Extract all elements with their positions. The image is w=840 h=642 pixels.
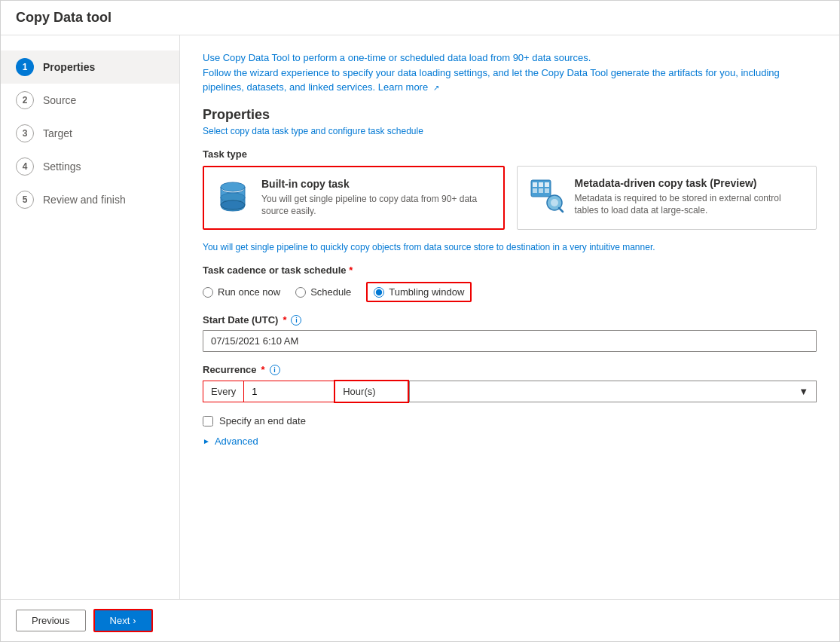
info-text-block: Use Copy Data Tool to perform a one-time… <box>203 50 817 95</box>
info-line2: Follow the wizard experience to specify … <box>203 67 780 78</box>
radio-tumbling-label: Tumbling window <box>389 286 464 298</box>
start-date-input[interactable] <box>203 330 817 352</box>
svg-rect-8 <box>539 188 543 193</box>
footer: Previous Next › <box>1 599 839 641</box>
cadence-required: * <box>349 264 353 276</box>
learn-more-link[interactable]: Learn more <box>378 81 428 93</box>
recurrence-required: * <box>261 364 265 375</box>
recurrence-row: Every Hour(s) ▼ <box>203 380 817 403</box>
recurrence-every-label: Every <box>203 381 243 402</box>
radio-tumbling-input[interactable] <box>374 287 384 298</box>
sidebar-item-properties[interactable]: 1 Properties <box>1 50 179 84</box>
sidebar-label-target: Target <box>43 127 72 139</box>
metadata-icon <box>528 177 564 213</box>
builtin-icon <box>215 178 251 214</box>
step-circle-4: 4 <box>16 157 34 176</box>
cadence-radio-group: Run once now Schedule Tumbling window <box>203 282 817 302</box>
recurrence-unit-display: Hour(s) <box>334 380 409 403</box>
main-layout: 1 Properties 2 Source 3 Target 4 Setting… <box>1 35 839 599</box>
recurrence-dropdown[interactable]: ▼ <box>409 381 817 402</box>
recurrence-number-input[interactable] <box>243 381 334 402</box>
info-line3: pipelines, datasets, and linked services… <box>203 81 375 93</box>
pipeline-info-line: You will get single pipeline to quickly … <box>203 242 817 252</box>
app-title: Copy Data tool <box>16 10 111 25</box>
recurrence-label: Recurrence * i <box>203 364 817 375</box>
svg-rect-7 <box>533 188 537 193</box>
svg-line-12 <box>559 208 563 212</box>
start-date-label-text: Start Date (UTC) <box>203 314 278 326</box>
task-card-builtin[interactable]: Built-in copy task You will get single p… <box>203 166 505 231</box>
chevron-right-icon: ► <box>203 437 210 445</box>
sidebar-label-settings: Settings <box>43 160 81 173</box>
svg-rect-6 <box>545 182 549 187</box>
next-button-label: Next <box>110 615 130 626</box>
cadence-label: Task cadence or task schedule * <box>203 264 817 276</box>
recurrence-section: Recurrence * i Every Hour(s) ▼ <box>203 364 817 403</box>
sidebar-item-review[interactable]: 5 Review and finish <box>1 183 179 216</box>
svg-point-2 <box>221 200 245 209</box>
advanced-row[interactable]: ► Advanced <box>203 436 817 447</box>
advanced-label: Advanced <box>215 436 258 447</box>
radio-schedule-input[interactable] <box>295 287 306 298</box>
radio-schedule[interactable]: Schedule <box>295 286 351 298</box>
svg-point-11 <box>551 199 558 206</box>
sidebar-item-settings[interactable]: 4 Settings <box>1 150 179 183</box>
task-type-label: Task type <box>203 148 817 160</box>
start-date-section: Start Date (UTC) * i <box>203 314 817 352</box>
app-header: Copy Data tool <box>1 1 839 35</box>
sidebar-label-source: Source <box>43 94 76 106</box>
step-circle-3: 3 <box>16 124 34 142</box>
step-circle-2: 2 <box>16 91 34 109</box>
step-circle-1: 1 <box>16 58 34 76</box>
start-date-label: Start Date (UTC) * i <box>203 314 817 326</box>
specify-end-date-checkbox[interactable]: Specify an end date <box>203 415 817 426</box>
builtin-card-content: Built-in copy task You will get single p… <box>261 178 493 219</box>
builtin-card-desc: You will get single pipeline to copy dat… <box>261 193 493 219</box>
metadata-card-desc: Metadata is required to be stored in ext… <box>575 192 806 218</box>
metadata-card-title: Metadata-driven copy task (Preview) <box>575 177 806 189</box>
content-area: Use Copy Data Tool to perform a one-time… <box>180 35 839 599</box>
radio-schedule-label: Schedule <box>310 286 351 298</box>
task-card-metadata[interactable]: Metadata-driven copy task (Preview) Meta… <box>517 166 817 231</box>
specify-end-date-label: Specify an end date <box>219 415 306 426</box>
specify-end-date-input[interactable] <box>203 416 213 426</box>
sidebar-item-source[interactable]: 2 Source <box>1 84 179 117</box>
svg-point-0 <box>221 182 245 191</box>
previous-button[interactable]: Previous <box>16 610 86 631</box>
section-subtitle: Select copy data task type and configure… <box>203 126 817 136</box>
radio-run-once-label: Run once now <box>218 286 280 298</box>
sidebar-label-properties: Properties <box>43 61 95 73</box>
metadata-card-content: Metadata-driven copy task (Preview) Meta… <box>575 177 806 218</box>
app-container: Copy Data tool 1 Properties 2 Source 3 T… <box>0 0 840 642</box>
radio-tumbling[interactable]: Tumbling window <box>366 282 472 302</box>
section-title: Properties <box>203 107 817 123</box>
svg-rect-5 <box>539 182 543 187</box>
start-date-info-icon[interactable]: i <box>291 315 301 326</box>
sidebar: 1 Properties 2 Source 3 Target 4 Setting… <box>1 35 180 599</box>
step-circle-5: 5 <box>16 191 34 209</box>
svg-rect-9 <box>545 188 549 193</box>
start-date-required: * <box>283 314 286 326</box>
external-link-icon: ↗ <box>433 84 439 92</box>
task-type-row: Built-in copy task You will get single p… <box>203 166 817 231</box>
recurrence-info-icon[interactable]: i <box>270 365 280 375</box>
sidebar-item-target[interactable]: 3 Target <box>1 117 179 150</box>
radio-run-once[interactable]: Run once now <box>203 286 280 298</box>
sidebar-label-review: Review and finish <box>43 194 126 206</box>
recurrence-label-text: Recurrence <box>203 364 257 375</box>
next-arrow-icon: › <box>133 615 136 626</box>
builtin-card-title: Built-in copy task <box>261 178 493 190</box>
chevron-down-icon: ▼ <box>799 386 808 397</box>
svg-rect-4 <box>533 182 537 187</box>
recurrence-unit-text: Hour(s) <box>343 386 375 397</box>
next-button[interactable]: Next › <box>93 609 153 632</box>
radio-run-once-input[interactable] <box>203 287 213 298</box>
cadence-label-text: Task cadence or task schedule <box>203 264 347 276</box>
info-line1: Use Copy Data Tool to perform a one-time… <box>203 52 591 63</box>
